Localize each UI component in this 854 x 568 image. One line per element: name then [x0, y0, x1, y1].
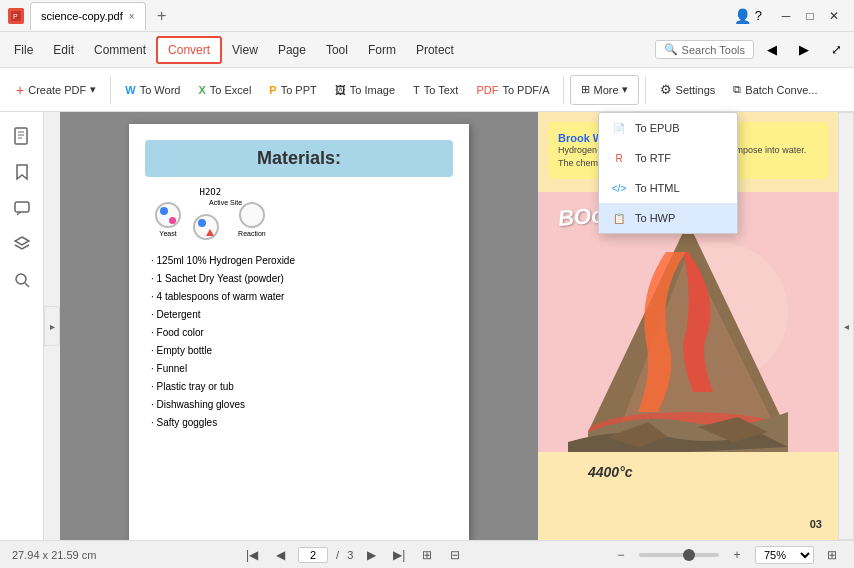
more-caret: ▾ — [622, 83, 628, 96]
active-site-label: Active Site — [209, 199, 242, 206]
toolbar: + Create PDF ▾ W To Word X To Excel P To… — [0, 68, 854, 112]
add-tab-btn[interactable]: + — [152, 6, 172, 26]
materials-header: Materials: — [145, 140, 453, 177]
reaction-label: Reaction — [238, 230, 266, 237]
dropdown-to-html[interactable]: </> To HTML — [599, 173, 737, 203]
collapse-sidebar-btn[interactable]: ▸ — [44, 306, 60, 346]
close-btn[interactable]: ✕ — [822, 6, 846, 26]
materials-list-item: Detergent — [151, 306, 453, 324]
text-icon: T — [413, 84, 420, 96]
menu-comment[interactable]: Comment — [84, 36, 156, 64]
menu-tool[interactable]: Tool — [316, 36, 358, 64]
sidebar-pages-icon[interactable] — [6, 120, 38, 152]
zoom-thumb[interactable] — [683, 549, 695, 561]
pdf-content-area: Materials: H2O2 Yeast — [60, 112, 538, 540]
svg-point-7 — [16, 274, 26, 284]
title-bar: P science-copy.pdf × + 👤 ? ─ □ ✕ — [0, 0, 854, 32]
zoom-in-btn[interactable]: + — [727, 545, 747, 565]
menu-view[interactable]: View — [222, 36, 268, 64]
to-excel-btn[interactable]: X To Excel — [190, 73, 259, 107]
fit-page-btn[interactable]: ⊞ — [417, 545, 437, 565]
page-next-btn[interactable]: ▶ — [361, 545, 381, 565]
dropdown-to-hwp[interactable]: 📋 To HWP — [599, 203, 737, 233]
menu-right: 🔍 Search Tools ◀ ▶ ⤢ — [655, 36, 850, 64]
fullscreen-btn[interactable]: ⊞ — [822, 545, 842, 565]
more-label: More — [593, 84, 618, 96]
title-bar-right: 👤 ? ─ □ ✕ — [734, 6, 846, 26]
ppt-icon: P — [269, 84, 276, 96]
nav-back-btn[interactable]: ◀ — [758, 36, 786, 64]
more-dropdown: 📄 To EPUB R To RTF </> To HTML 📋 To HWP — [598, 112, 738, 234]
zoom-out-btn[interactable]: − — [611, 545, 631, 565]
sidebar-comment-icon[interactable] — [6, 192, 38, 224]
nav-forward-btn[interactable]: ▶ — [790, 36, 818, 64]
excel-icon: X — [198, 84, 205, 96]
more-btn[interactable]: ⊞ More ▾ — [570, 75, 638, 105]
hwp-label: To HWP — [635, 212, 675, 224]
menu-convert[interactable]: Convert — [156, 36, 222, 64]
materials-list-item: 4 tablespoons of warm water — [151, 288, 453, 306]
search-tools-label: Search Tools — [682, 44, 745, 56]
status-bar: 27.94 x 21.59 cm |◀ ◀ / 3 ▶ ▶| ⊞ ⊟ − + 7… — [0, 540, 854, 568]
page-prev-btn[interactable]: ◀ — [270, 545, 290, 565]
create-pdf-btn[interactable]: + Create PDF ▾ — [8, 73, 104, 107]
dropdown-to-epub[interactable]: 📄 To EPUB — [599, 113, 737, 143]
rtf-icon: R — [611, 150, 627, 166]
menu-edit[interactable]: Edit — [43, 36, 84, 64]
svg-text:P: P — [13, 13, 18, 20]
app-icon: P — [8, 8, 24, 24]
page-last-btn[interactable]: ▶| — [389, 545, 409, 565]
sidebar-layers-icon[interactable] — [6, 228, 38, 260]
settings-icon: ⚙ — [660, 82, 672, 97]
menu-form[interactable]: Form — [358, 36, 406, 64]
page-first-btn[interactable]: |◀ — [242, 545, 262, 565]
volcano-illustration: BOoooh! — [538, 192, 838, 520]
svg-rect-2 — [15, 128, 27, 144]
batch-convert-label: Batch Conve... — [745, 84, 817, 96]
dropdown-to-rtf[interactable]: R To RTF — [599, 143, 737, 173]
current-page-input[interactable] — [298, 547, 328, 563]
sidebar-bookmark-icon[interactable] — [6, 156, 38, 188]
expand-btn[interactable]: ⤢ — [822, 36, 850, 64]
profile-icon[interactable]: 👤 — [734, 8, 751, 24]
temp-label: 4400°c — [588, 464, 633, 480]
help-icon[interactable]: ? — [755, 8, 762, 23]
hwp-icon: 📋 — [611, 210, 627, 226]
image-icon: 🖼 — [335, 84, 346, 96]
diagram-area: H2O2 Yeast — [145, 187, 453, 240]
to-text-btn[interactable]: T To Text — [405, 73, 466, 107]
to-excel-label: To Excel — [210, 84, 252, 96]
materials-list-item: 1 Sachet Dry Yeast (powder) — [151, 270, 453, 288]
fit-width-btn[interactable]: ⊟ — [445, 545, 465, 565]
zoom-slider[interactable] — [639, 553, 719, 557]
to-word-label: To Word — [140, 84, 181, 96]
maximize-btn[interactable]: □ — [798, 6, 822, 26]
materials-list-item: Funnel — [151, 360, 453, 378]
sidebar-search-icon[interactable] — [6, 264, 38, 296]
batch-convert-btn[interactable]: ⧉ Batch Conve... — [725, 73, 825, 107]
pdfa-icon: PDF — [476, 84, 498, 96]
minimize-btn[interactable]: ─ — [774, 6, 798, 26]
separator-3 — [645, 76, 646, 104]
right-expand-btn[interactable]: ◂ — [838, 112, 854, 540]
yeast-label: Yeast — [159, 230, 176, 237]
tab-close-btn[interactable]: × — [129, 11, 135, 22]
zoom-level-select[interactable]: 75% 50% 100% 125% — [755, 546, 814, 564]
menu-protect[interactable]: Protect — [406, 36, 464, 64]
menu-bar: File Edit Comment Convert View Page Tool… — [0, 32, 854, 68]
to-pdfa-btn[interactable]: PDF To PDF/A — [468, 73, 557, 107]
to-image-btn[interactable]: 🖼 To Image — [327, 73, 403, 107]
materials-list-item: Empty bottle — [151, 342, 453, 360]
settings-btn[interactable]: ⚙ Settings — [652, 73, 724, 107]
create-pdf-caret: ▾ — [90, 83, 96, 96]
menu-page[interactable]: Page — [268, 36, 316, 64]
create-pdf-label: Create PDF — [28, 84, 86, 96]
to-ppt-btn[interactable]: P To PPT — [261, 73, 324, 107]
svg-rect-6 — [15, 202, 29, 212]
active-tab[interactable]: science-copy.pdf × — [30, 2, 146, 30]
to-pdfa-label: To PDF/A — [502, 84, 549, 96]
menu-file[interactable]: File — [4, 36, 43, 64]
search-tools-area[interactable]: 🔍 Search Tools — [655, 40, 754, 59]
to-word-btn[interactable]: W To Word — [117, 73, 188, 107]
materials-list-item: Safty goggles — [151, 414, 453, 432]
